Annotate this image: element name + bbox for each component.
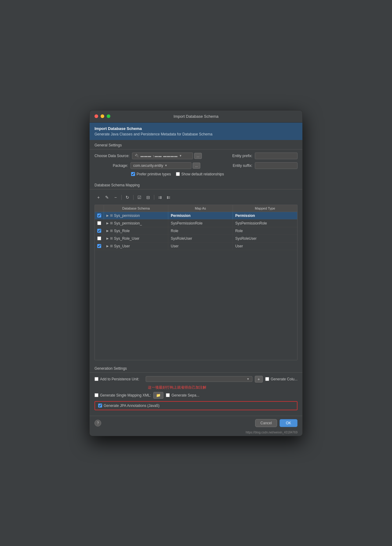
jpa-label: Generate JPA Annotations (Java5) <box>104 404 159 408</box>
uncheck-all-button[interactable]: ⊟ <box>144 194 152 201</box>
row-schema-cell: ▶ ⊞ Sys_Role_User <box>104 235 168 242</box>
row-mapas-cell: User <box>168 242 233 250</box>
row-mapas-cell: SysPermissionRole <box>168 220 233 227</box>
entity-prefix-input[interactable] <box>255 153 298 159</box>
browse-folder-btn[interactable]: 📁 <box>153 392 163 399</box>
general-settings: Choose Data Source: 🔌 ▬▬▬ ↕▬▬ ▬▬▬▬ ▼ ...… <box>90 153 302 180</box>
schema-name: Sys_Role <box>114 229 130 233</box>
table-row[interactable]: ▶ ⊞ Sys_User User User <box>95 242 297 250</box>
minimize-button[interactable] <box>101 114 104 118</box>
maximize-button[interactable] <box>107 114 110 118</box>
package-dropdown[interactable]: com.security.entity ▼ <box>130 162 191 169</box>
table-empty-area <box>95 250 297 360</box>
header-main-title: Import Database Schema <box>94 126 298 131</box>
row-checkbox[interactable] <box>97 236 101 240</box>
remove-schema-button[interactable]: − <box>112 194 119 201</box>
table-header: Database Schema Map As Mapped Type <box>95 205 297 212</box>
schema-name: Sys_Role_User <box>114 236 139 241</box>
close-button[interactable] <box>94 114 98 118</box>
single-mapping-label: Generate Single Mapping XML: <box>94 393 151 397</box>
data-source-more-btn[interactable]: ... <box>194 153 202 159</box>
expand-arrow-icon: ▶ <box>106 244 109 248</box>
table-row[interactable]: ▶ ⊞ Sys_permission Permission Permission <box>95 212 297 220</box>
row-checkbox[interactable] <box>97 244 101 248</box>
checkboxes-row: Prefer primitive types Show default rela… <box>94 172 298 176</box>
entity-suffix-label: Entity suffix: <box>225 163 252 168</box>
table-row[interactable]: ▶ ⊞ Sys_Role_User SysRoleUser SysRoleUse… <box>95 235 297 242</box>
add-schema-button[interactable]: + <box>94 194 102 201</box>
single-mapping-row: Generate Single Mapping XML: 📁 Generate … <box>94 392 298 399</box>
row-checkbox[interactable] <box>97 221 101 225</box>
add-persistence-btn[interactable]: + <box>255 376 263 383</box>
row-schema-cell: ▶ ⊞ Sys_Role <box>104 227 168 235</box>
refresh-schema-button[interactable]: ↻ <box>123 194 131 201</box>
title-bar: Import Database Schema <box>90 110 302 123</box>
entity-prefix-label: Entity prefix: <box>225 154 252 158</box>
prefer-primitive-label: Prefer primitive types <box>137 172 171 176</box>
prefer-primitive-checkbox[interactable] <box>131 172 135 176</box>
col-header-schema: Database Schema <box>104 205 168 212</box>
data-source-label: Choose Data Source: <box>94 154 130 158</box>
collapse-all-button[interactable]: ⇇ <box>165 194 173 201</box>
help-button[interactable]: ? <box>94 420 101 426</box>
table-row[interactable]: ▶ ⊞ Sys_permission_ SysPermissionRole Sy… <box>95 220 297 227</box>
db-schema-section-label: Database Schema Mapping <box>90 180 302 189</box>
table-row[interactable]: ▶ ⊞ Sys_Role Role Role <box>95 227 297 235</box>
row-check-cell <box>95 212 104 219</box>
persistence-chevron-icon: ▼ <box>247 377 250 381</box>
persistence-label: Add to Persistence Unit: <box>94 377 143 381</box>
generate-sepa-group: Generate Sepa... <box>166 393 199 397</box>
data-source-dropdown[interactable]: 🔌 ▬▬▬ ↕▬▬ ▬▬▬▬ ▼ <box>132 153 193 159</box>
show-default-item: Show default relationships <box>176 172 224 176</box>
header-subtitle: Generate Java Classes and Persistence Me… <box>94 132 298 136</box>
col-header-mapped: Mapped Type <box>233 205 297 212</box>
generate-column-label: Generate Colu... <box>271 377 298 381</box>
cancel-button[interactable]: Cancel <box>255 419 277 427</box>
row-mapped-cell: Permission <box>233 212 297 219</box>
row-mapas-cell: Permission <box>168 212 233 219</box>
jpa-checkbox[interactable] <box>98 404 102 408</box>
prefer-primitive-item: Prefer primitive types <box>131 172 171 176</box>
package-row: Package: com.security.entity ▼ ... Entit… <box>94 162 298 169</box>
toolbar-separator-3 <box>154 195 154 200</box>
general-settings-label: General Settings <box>90 140 302 149</box>
package-value: com.security.entity <box>133 163 163 168</box>
toolbar-separator-2 <box>133 195 134 200</box>
single-mapping-checkbox[interactable] <box>94 393 98 397</box>
row-mapped-cell: User <box>233 242 297 250</box>
generation-settings-label: Generation Settings <box>90 363 302 373</box>
row-check-cell <box>95 242 104 250</box>
table-grid-icon: ⊞ <box>110 214 113 217</box>
row-mapped-cell: Role <box>233 227 297 235</box>
annotation-note: 这一项最好打钩上就省得自己加注解 <box>94 385 298 390</box>
package-chevron-icon: ▼ <box>164 164 167 167</box>
single-mapping-label-text: Generate Single Mapping XML: <box>100 393 151 397</box>
show-default-checkbox[interactable] <box>176 172 180 176</box>
package-label: Package: <box>94 163 128 168</box>
expand-all-button[interactable]: ⇉ <box>156 194 164 201</box>
datasource-value: ▬▬▬ ↕▬▬ ▬▬▬▬ <box>141 154 178 158</box>
chevron-down-icon: ▼ <box>179 154 182 157</box>
header-section: Import Database Schema Generate Java Cla… <box>90 123 302 140</box>
edit-schema-button[interactable]: ✎ <box>103 194 111 201</box>
expand-arrow-icon: ▶ <box>106 229 109 232</box>
table-grid-icon: ⊞ <box>110 244 113 248</box>
package-more-btn[interactable]: ... <box>193 163 200 169</box>
row-checkbox[interactable] <box>97 214 101 217</box>
row-schema-cell: ▶ ⊞ Sys_User <box>104 242 168 250</box>
check-all-button[interactable]: ☑ <box>135 194 144 201</box>
table-grid-icon: ⊞ <box>110 236 113 240</box>
row-checkbox[interactable] <box>97 229 101 233</box>
ok-button[interactable]: OK <box>280 419 298 427</box>
toolbar-separator-1 <box>121 195 122 200</box>
data-source-row: Choose Data Source: 🔌 ▬▬▬ ↕▬▬ ▬▬▬▬ ▼ ...… <box>94 153 298 159</box>
entity-suffix-input[interactable] <box>255 162 298 169</box>
generate-column-checkbox[interactable] <box>265 377 269 381</box>
persistence-dropdown[interactable]: ▼ <box>146 376 252 382</box>
dialog: Import Database Schema Import Database S… <box>89 110 303 436</box>
persistence-checkbox[interactable] <box>94 377 98 381</box>
table-grid-icon: ⊞ <box>110 221 113 225</box>
content-area: General Settings Choose Data Source: 🔌 ▬… <box>90 140 302 436</box>
row-check-cell <box>95 227 104 235</box>
generate-sepa-checkbox[interactable] <box>166 393 170 397</box>
